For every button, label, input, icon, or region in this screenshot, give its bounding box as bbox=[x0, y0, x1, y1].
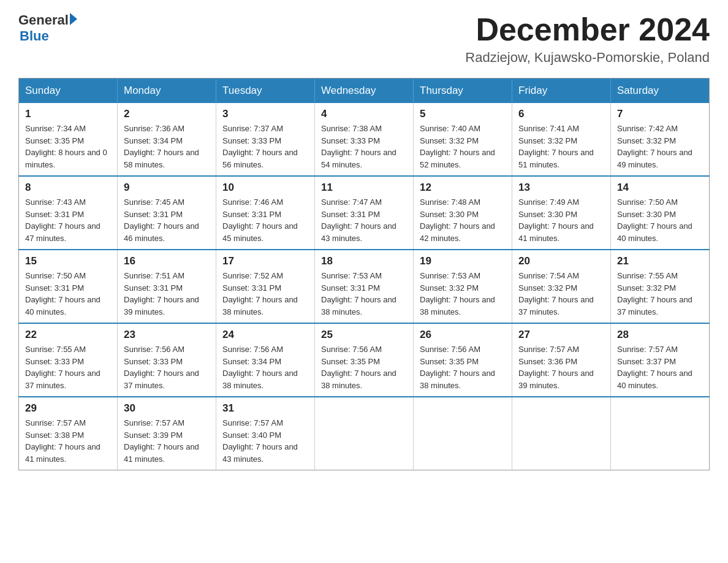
day-number: 10 bbox=[222, 182, 308, 194]
day-number: 2 bbox=[124, 108, 210, 120]
calendar-day-cell: 6Sunrise: 7:41 AMSunset: 3:32 PMDaylight… bbox=[512, 103, 611, 176]
day-info: Sunrise: 7:57 AMSunset: 3:38 PMDaylight:… bbox=[25, 417, 111, 465]
day-info: Sunrise: 7:53 AMSunset: 3:31 PMDaylight:… bbox=[321, 270, 407, 318]
day-number: 6 bbox=[518, 108, 604, 120]
day-info: Sunrise: 7:55 AMSunset: 3:32 PMDaylight:… bbox=[617, 270, 703, 318]
day-number: 23 bbox=[124, 329, 210, 341]
calendar-day-cell bbox=[414, 397, 512, 470]
day-info: Sunrise: 7:43 AMSunset: 3:31 PMDaylight:… bbox=[25, 196, 111, 244]
day-info: Sunrise: 7:51 AMSunset: 3:31 PMDaylight:… bbox=[124, 270, 210, 318]
day-info: Sunrise: 7:34 AMSunset: 3:35 PMDaylight:… bbox=[25, 123, 111, 170]
day-of-week-header: Friday bbox=[512, 79, 611, 104]
day-number: 14 bbox=[617, 182, 703, 194]
month-title: December 2024 bbox=[465, 12, 710, 47]
calendar-week-row: 29Sunrise: 7:57 AMSunset: 3:38 PMDayligh… bbox=[19, 397, 710, 470]
calendar-day-cell: 17Sunrise: 7:52 AMSunset: 3:31 PMDayligh… bbox=[216, 250, 315, 323]
calendar-day-cell: 30Sunrise: 7:57 AMSunset: 3:39 PMDayligh… bbox=[118, 397, 216, 470]
day-info: Sunrise: 7:37 AMSunset: 3:33 PMDaylight:… bbox=[222, 123, 308, 170]
day-info: Sunrise: 7:50 AMSunset: 3:30 PMDaylight:… bbox=[617, 196, 703, 244]
day-number: 25 bbox=[321, 329, 407, 341]
day-number: 22 bbox=[25, 329, 111, 341]
day-number: 4 bbox=[321, 108, 407, 120]
calendar-day-cell: 15Sunrise: 7:50 AMSunset: 3:31 PMDayligh… bbox=[19, 250, 118, 323]
day-number: 18 bbox=[321, 255, 407, 267]
day-info: Sunrise: 7:42 AMSunset: 3:32 PMDaylight:… bbox=[617, 123, 703, 170]
day-number: 26 bbox=[420, 329, 506, 341]
day-number: 3 bbox=[222, 108, 308, 120]
calendar-day-cell: 1Sunrise: 7:34 AMSunset: 3:35 PMDaylight… bbox=[19, 103, 118, 176]
day-number: 5 bbox=[420, 108, 506, 120]
calendar-day-cell: 8Sunrise: 7:43 AMSunset: 3:31 PMDaylight… bbox=[19, 176, 118, 250]
calendar-day-cell: 11Sunrise: 7:47 AMSunset: 3:31 PMDayligh… bbox=[315, 176, 414, 250]
day-info: Sunrise: 7:54 AMSunset: 3:32 PMDaylight:… bbox=[518, 270, 604, 318]
logo-blue-text: Blue bbox=[20, 28, 77, 44]
calendar-day-cell: 12Sunrise: 7:48 AMSunset: 3:30 PMDayligh… bbox=[414, 176, 512, 250]
day-info: Sunrise: 7:57 AMSunset: 3:39 PMDaylight:… bbox=[124, 417, 210, 465]
calendar-day-cell: 24Sunrise: 7:56 AMSunset: 3:34 PMDayligh… bbox=[216, 323, 315, 397]
calendar-day-cell bbox=[512, 397, 611, 470]
calendar-day-cell: 28Sunrise: 7:57 AMSunset: 3:37 PMDayligh… bbox=[611, 323, 710, 397]
calendar-day-cell: 7Sunrise: 7:42 AMSunset: 3:32 PMDaylight… bbox=[611, 103, 710, 176]
calendar-day-cell bbox=[315, 397, 414, 470]
day-info: Sunrise: 7:56 AMSunset: 3:34 PMDaylight:… bbox=[222, 343, 308, 391]
calendar-day-cell: 3Sunrise: 7:37 AMSunset: 3:33 PMDaylight… bbox=[216, 103, 315, 176]
calendar-day-cell: 16Sunrise: 7:51 AMSunset: 3:31 PMDayligh… bbox=[118, 250, 216, 323]
day-info: Sunrise: 7:55 AMSunset: 3:33 PMDaylight:… bbox=[25, 343, 111, 391]
calendar-day-cell bbox=[611, 397, 710, 470]
day-info: Sunrise: 7:46 AMSunset: 3:31 PMDaylight:… bbox=[222, 196, 308, 244]
calendar-week-row: 8Sunrise: 7:43 AMSunset: 3:31 PMDaylight… bbox=[19, 176, 710, 250]
calendar-day-cell: 18Sunrise: 7:53 AMSunset: 3:31 PMDayligh… bbox=[315, 250, 414, 323]
calendar-week-row: 1Sunrise: 7:34 AMSunset: 3:35 PMDaylight… bbox=[19, 103, 710, 176]
calendar-day-cell: 9Sunrise: 7:45 AMSunset: 3:31 PMDaylight… bbox=[118, 176, 216, 250]
calendar-day-cell: 31Sunrise: 7:57 AMSunset: 3:40 PMDayligh… bbox=[216, 397, 315, 470]
calendar-day-cell: 25Sunrise: 7:56 AMSunset: 3:35 PMDayligh… bbox=[315, 323, 414, 397]
day-info: Sunrise: 7:49 AMSunset: 3:30 PMDaylight:… bbox=[518, 196, 604, 244]
logo-general-text: General bbox=[18, 12, 69, 28]
calendar-day-cell: 2Sunrise: 7:36 AMSunset: 3:34 PMDaylight… bbox=[118, 103, 216, 176]
day-number: 1 bbox=[25, 108, 111, 120]
day-number: 19 bbox=[420, 255, 506, 267]
title-section: December 2024 Radziejow, Kujawsko-Pomors… bbox=[465, 12, 710, 66]
calendar-week-row: 15Sunrise: 7:50 AMSunset: 3:31 PMDayligh… bbox=[19, 250, 710, 323]
calendar-table: SundayMondayTuesdayWednesdayThursdayFrid… bbox=[18, 78, 710, 470]
day-number: 12 bbox=[420, 182, 506, 194]
day-number: 24 bbox=[222, 329, 308, 341]
logo: General Blue bbox=[18, 12, 77, 44]
calendar-day-cell: 4Sunrise: 7:38 AMSunset: 3:33 PMDaylight… bbox=[315, 103, 414, 176]
day-number: 16 bbox=[124, 255, 210, 267]
day-number: 28 bbox=[617, 329, 703, 341]
day-info: Sunrise: 7:47 AMSunset: 3:31 PMDaylight:… bbox=[321, 196, 407, 244]
day-number: 20 bbox=[518, 255, 604, 267]
day-number: 7 bbox=[617, 108, 703, 120]
day-number: 29 bbox=[25, 402, 111, 415]
day-info: Sunrise: 7:57 AMSunset: 3:36 PMDaylight:… bbox=[518, 343, 604, 391]
day-number: 13 bbox=[518, 182, 604, 194]
day-of-week-header: Tuesday bbox=[216, 79, 315, 104]
day-info: Sunrise: 7:56 AMSunset: 3:35 PMDaylight:… bbox=[321, 343, 407, 391]
day-number: 27 bbox=[518, 329, 604, 341]
day-info: Sunrise: 7:45 AMSunset: 3:31 PMDaylight:… bbox=[124, 196, 210, 244]
day-of-week-header: Monday bbox=[118, 79, 216, 104]
calendar-day-cell: 23Sunrise: 7:56 AMSunset: 3:33 PMDayligh… bbox=[118, 323, 216, 397]
day-of-week-header: Thursday bbox=[414, 79, 512, 104]
calendar-day-cell: 26Sunrise: 7:56 AMSunset: 3:35 PMDayligh… bbox=[414, 323, 512, 397]
calendar-header-row: SundayMondayTuesdayWednesdayThursdayFrid… bbox=[19, 79, 710, 104]
day-number: 11 bbox=[321, 182, 407, 194]
day-info: Sunrise: 7:50 AMSunset: 3:31 PMDaylight:… bbox=[25, 270, 111, 318]
logo-arrow-icon bbox=[70, 13, 77, 25]
day-of-week-header: Wednesday bbox=[315, 79, 414, 104]
day-number: 21 bbox=[617, 255, 703, 267]
day-info: Sunrise: 7:56 AMSunset: 3:33 PMDaylight:… bbox=[124, 343, 210, 391]
day-number: 30 bbox=[124, 402, 210, 415]
day-number: 9 bbox=[124, 182, 210, 194]
day-number: 15 bbox=[25, 255, 111, 267]
day-number: 8 bbox=[25, 182, 111, 194]
calendar-day-cell: 27Sunrise: 7:57 AMSunset: 3:36 PMDayligh… bbox=[512, 323, 611, 397]
location-title: Radziejow, Kujawsko-Pomorskie, Poland bbox=[465, 50, 710, 66]
day-info: Sunrise: 7:40 AMSunset: 3:32 PMDaylight:… bbox=[420, 123, 506, 170]
page-header: General Blue December 2024 Radziejow, Ku… bbox=[18, 12, 710, 66]
day-of-week-header: Saturday bbox=[611, 79, 710, 104]
calendar-day-cell: 14Sunrise: 7:50 AMSunset: 3:30 PMDayligh… bbox=[611, 176, 710, 250]
calendar-day-cell: 13Sunrise: 7:49 AMSunset: 3:30 PMDayligh… bbox=[512, 176, 611, 250]
day-number: 31 bbox=[222, 402, 308, 415]
